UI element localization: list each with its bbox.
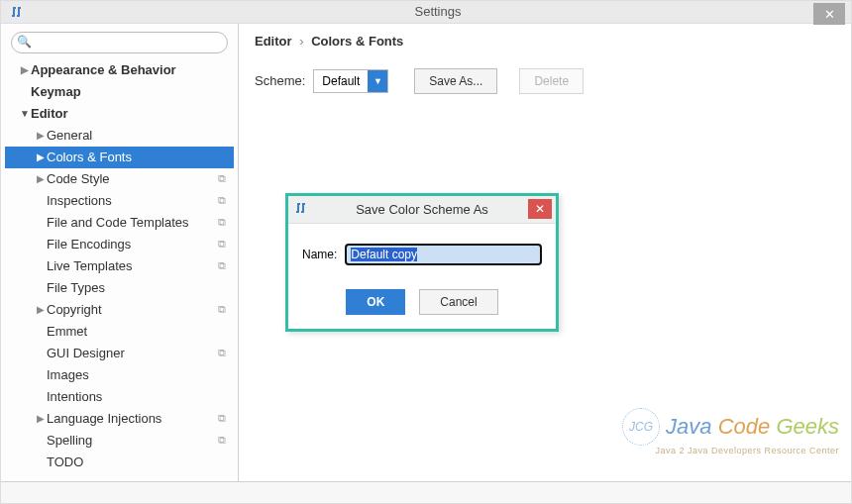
watermark: JCG Java Code Geeks Java 2 Java Develope… (622, 408, 839, 455)
search-box: 🔍 (11, 32, 228, 53)
tree-item-label: Live Templates (47, 258, 132, 273)
tree-item-label: GUI Designer (47, 346, 125, 360)
project-scope-icon: ⧉ (218, 434, 226, 447)
chevron-down-icon: ▼ (368, 70, 387, 92)
project-scope-icon: ⧉ (218, 303, 226, 316)
project-scope-icon: ⧉ (218, 347, 226, 359)
save-scheme-dialog: Save Color Scheme As ✕ Name: OK Cancel (285, 193, 559, 332)
scheme-name-input[interactable] (345, 244, 542, 265)
tree-item-label: Editor (31, 106, 68, 121)
tree-item[interactable]: ▶Colors & Fonts (5, 147, 234, 168)
settings-tree: ▶Appearance & BehaviorKeymap▼Editor▶Gene… (5, 59, 234, 473)
window-title: Settings (25, 4, 851, 19)
arrow-icon: ▶ (35, 130, 47, 141)
project-scope-icon: ⧉ (218, 194, 226, 207)
tree-item[interactable]: Inspections⧉ (5, 190, 234, 212)
tree-item[interactable]: Spelling⧉ (5, 430, 234, 452)
tree-item[interactable]: ▶General (5, 125, 234, 147)
project-scope-icon: ⧉ (218, 238, 226, 251)
arrow-icon: ▶ (19, 64, 31, 75)
project-scope-icon: ⧉ (218, 216, 226, 229)
tree-item[interactable]: ▼Editor (5, 103, 234, 125)
tree-item-label: File Types (47, 280, 105, 295)
tree-item-label: Code Style (47, 171, 110, 186)
name-label: Name: (302, 248, 337, 261)
tree-item[interactable]: File Encodings⧉ (5, 234, 234, 255)
tree-item-label: General (47, 128, 92, 143)
tree-item[interactable]: File Types (5, 277, 234, 299)
arrow-icon: ▶ (35, 304, 47, 315)
dialog-title: Save Color Scheme As (356, 202, 488, 217)
project-scope-icon: ⧉ (218, 412, 226, 425)
tree-item[interactable]: Keymap (5, 81, 234, 103)
tree-item-label: File and Code Templates (47, 215, 189, 230)
tree-item-label: Language Injections (47, 411, 161, 426)
tree-item[interactable]: Images (5, 364, 234, 386)
tree-item[interactable]: Emmet (5, 321, 234, 343)
tree-item[interactable]: ▶Language Injections⧉ (5, 408, 234, 430)
scheme-label: Scheme: (255, 73, 305, 88)
tree-item-label: Inspections (47, 193, 112, 208)
breadcrumb: Editor › Colors & Fonts (255, 34, 835, 49)
app-icon (9, 4, 25, 20)
watermark-sub: Java 2 Java Developers Resource Center (622, 446, 839, 455)
arrow-icon: ▼ (19, 108, 31, 119)
watermark-circle: JCG (622, 408, 660, 446)
app-icon (294, 201, 308, 218)
project-scope-icon: ⧉ (218, 259, 226, 272)
breadcrumb-part: Colors & Fonts (311, 34, 403, 49)
tree-item[interactable]: ▶Code Style⧉ (5, 168, 234, 190)
project-scope-icon: ⧉ (218, 172, 226, 185)
cancel-button[interactable]: Cancel (419, 289, 497, 315)
tree-item-label: TODO (47, 454, 83, 469)
settings-sidebar: 🔍 ▶Appearance & BehaviorKeymap▼Editor▶Ge… (1, 24, 239, 481)
breadcrumb-part: Editor (255, 34, 292, 49)
scheme-select[interactable]: Default ▼ (313, 69, 388, 93)
tree-item-label: Emmet (47, 324, 87, 339)
dialog-titlebar: Save Color Scheme As ✕ (288, 196, 556, 224)
tree-item-label: Spelling (47, 433, 92, 448)
tree-item-label: Colors & Fonts (47, 150, 132, 164)
arrow-icon: ▶ (35, 151, 47, 162)
arrow-icon: ▶ (35, 173, 47, 184)
tree-item-label: Intentions (47, 389, 102, 404)
dialog-close-button[interactable]: ✕ (528, 199, 552, 219)
tree-item[interactable]: GUI Designer⧉ (5, 343, 234, 364)
ok-button[interactable]: OK (346, 289, 405, 315)
tree-item[interactable]: ▶Copyright⧉ (5, 299, 234, 321)
save-as-button[interactable]: Save As... (414, 68, 497, 94)
search-input[interactable] (11, 32, 228, 53)
window-close-button[interactable]: ✕ (813, 3, 845, 25)
breadcrumb-sep: › (299, 34, 303, 49)
arrow-icon: ▶ (35, 413, 47, 424)
tree-item-label: Images (47, 367, 89, 382)
tree-item-label: Copyright (47, 302, 102, 317)
titlebar: Settings ✕ (1, 1, 851, 24)
scheme-value: Default (314, 70, 368, 92)
tree-item[interactable]: Live Templates⧉ (5, 255, 234, 277)
tree-item[interactable]: File and Code Templates⧉ (5, 212, 234, 234)
tree-item[interactable]: ▶Appearance & Behavior (5, 59, 234, 81)
tree-item-label: Appearance & Behavior (31, 62, 176, 77)
tree-item-label: File Encodings (47, 237, 131, 252)
footer (1, 481, 851, 504)
tree-item-label: Keymap (31, 84, 81, 99)
tree-item[interactable]: TODO (5, 452, 234, 473)
tree-item[interactable]: Intentions (5, 386, 234, 408)
scheme-row: Scheme: Default ▼ Save As... Delete (255, 68, 835, 94)
delete-button: Delete (519, 68, 584, 94)
search-icon: 🔍 (17, 35, 32, 49)
